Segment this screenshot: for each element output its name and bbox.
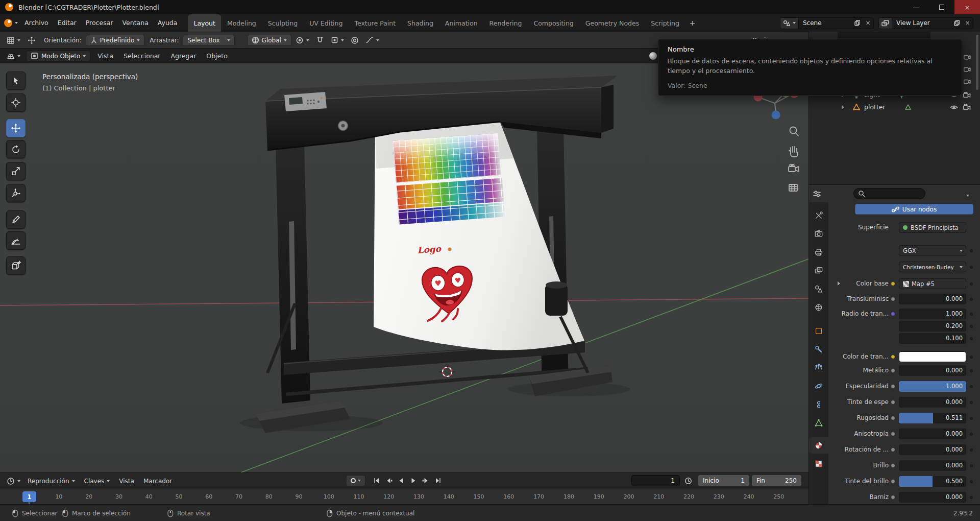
camera-column-icon[interactable] [964,54,971,60]
workspace-tab[interactable]: UV Editing [304,14,348,32]
drag-mode-dropdown[interactable]: Select Box [183,35,234,46]
properties-tab-world[interactable] [809,299,828,316]
proportional-editing-toggle[interactable] [348,35,361,46]
use-preview-range-icon[interactable] [684,477,692,485]
minimize-button[interactable]: — [903,0,929,14]
subsurface-radius-y-field[interactable]: 0.200 [899,321,966,331]
disable-render-camera-icon[interactable] [963,104,971,110]
material-value-slider[interactable]: 0.000 [899,492,966,503]
material-value-slider[interactable]: 0.000 [899,429,966,439]
pan-hand-icon[interactable] [789,147,798,157]
timeline-ruler[interactable]: 1020304050607080901001101201301401501601… [0,489,808,505]
blender-menu-button[interactable] [4,19,18,27]
properties-tab-render[interactable] [809,226,828,242]
material-value-slider[interactable]: 0.000 [899,365,966,376]
unlink-scene-button[interactable]: × [863,18,873,29]
properties-filter-dropdown[interactable] [964,192,969,199]
current-frame-field[interactable]: 1 [631,475,680,486]
menubar-menu-item[interactable]: Ayuda [153,14,182,32]
subsurface-radius-x-field[interactable]: 1.000 [899,309,966,319]
new-scene-button[interactable] [852,18,863,29]
remove-view-layer-button[interactable]: × [962,18,973,29]
viewport-menu-item[interactable]: Vista [92,49,118,64]
workspace-tab[interactable]: Shading [402,14,439,32]
orthographic-grid-icon[interactable] [789,184,797,191]
expand-icon[interactable] [842,105,844,109]
workspace-tab[interactable]: Scripting [645,14,685,32]
pivot-point-dropdown[interactable] [293,35,312,46]
playhead[interactable]: 1 [22,491,36,502]
outliner-search-sliver[interactable] [838,32,930,38]
viewport-menu-item[interactable]: Agregar [166,49,202,64]
previous-keyframe-button[interactable] [383,475,395,486]
snap-toggle[interactable] [313,35,327,46]
play-button[interactable] [407,475,420,486]
add-workspace-button[interactable]: + [685,14,700,32]
material-value-slider[interactable]: 1.000 [899,381,966,392]
proportional-falloff-dropdown[interactable] [363,35,382,46]
mode-dropdown[interactable]: Modo Objeto [26,51,90,62]
maximize-button[interactable] [929,0,954,14]
add-cube-tool-button[interactable] [6,256,26,275]
menubar-menu-item[interactable]: Ventana [117,14,153,32]
base-color-texture-field[interactable]: Map #5 [899,278,966,289]
frame-end-field[interactable]: Fin250 [752,475,801,486]
viewport-menu-item[interactable]: Objeto [201,49,233,64]
close-button[interactable]: × [954,0,980,14]
next-keyframe-button[interactable] [420,475,432,486]
viewport-editor-type-dropdown[interactable] [4,51,23,62]
distribution-dropdown[interactable]: GGX [899,245,966,256]
properties-tab-object[interactable] [809,323,828,339]
zoom-icon[interactable] [790,127,799,136]
timeline-menu-marker[interactable]: Marcador [139,478,177,485]
workspace-tab[interactable]: Modeling [222,14,262,32]
workspace-tab[interactable]: Compositing [528,14,579,32]
properties-search-input[interactable] [853,188,925,199]
scale-tool-button[interactable] [6,162,26,180]
transform-orientation-dropdown[interactable]: Global [247,35,291,46]
properties-tab-scene[interactable] [809,281,828,297]
disable-render-camera-icon[interactable] [963,92,971,98]
menubar-menu-item[interactable]: Archivo [20,14,53,32]
workspace-tab[interactable]: Layout [188,14,221,32]
cursor-tool-button[interactable] [6,93,26,112]
new-view-layer-button[interactable] [951,18,962,29]
jump-to-start-button[interactable] [371,475,383,486]
workspace-tab[interactable]: Rendering [484,14,528,32]
transform-tool-button[interactable] [6,184,26,202]
outliner-scrollbar[interactable] [976,35,978,90]
camera-column-icon[interactable] [964,79,971,84]
subsurface-slider[interactable]: 0.000 [899,294,966,304]
snap-settings-dropdown[interactable] [328,35,347,46]
properties-editor-type-dropdown[interactable] [813,190,821,198]
material-value-slider[interactable]: 0.511 [899,413,966,423]
subsurface-color-swatch[interactable] [899,351,966,362]
editor-type-dropdown[interactable] [4,35,23,46]
gizmo-z-axis-ball[interactable] [772,111,780,120]
measure-tool-button[interactable] [6,231,26,250]
hide-eye-icon[interactable] [950,105,958,110]
play-reverse-button[interactable] [395,475,407,486]
view-layer-name-field[interactable]: View Layer [892,19,951,27]
browse-scene-button[interactable] [780,18,799,29]
timeline-editor-type-dropdown[interactable] [4,476,23,487]
timeline-menu-playback[interactable]: Reproducción [23,478,80,485]
rotate-tool-button[interactable] [6,140,26,158]
workspace-tab[interactable]: Geometry Nodes [580,14,645,32]
orientation-dropdown[interactable]: Predefinido [86,35,145,46]
select-box-tool-button[interactable] [6,72,26,90]
subsurface-method-dropdown[interactable]: Christensen-Burley [899,262,966,272]
material-value-slider[interactable]: 0.000 [899,460,966,471]
annotate-tool-button[interactable] [6,210,26,229]
timeline-menu-view[interactable]: Vista [114,478,139,485]
move-tool-button[interactable] [6,119,26,137]
material-value-slider[interactable]: 0.000 [899,444,966,455]
material-value-slider[interactable]: 0.500 [899,476,966,487]
workspace-tab[interactable]: Texture Paint [349,14,401,32]
surface-shader-dropdown[interactable]: BSDF Principista [899,222,966,233]
jump-to-end-button[interactable] [432,475,444,486]
outliner-row-plotter[interactable]: plotter [809,101,980,113]
viewport-menu-item[interactable]: Seleccionar [118,49,165,64]
viewport-shading-icon[interactable] [649,52,657,61]
timeline-menu-keys[interactable]: Claves [80,478,115,485]
